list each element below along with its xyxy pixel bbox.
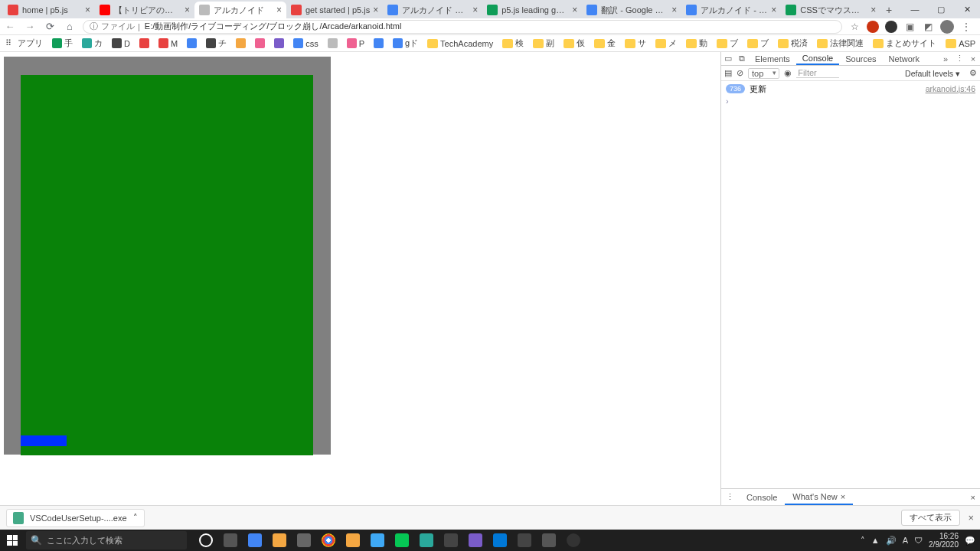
close-icon[interactable]: × — [472, 5, 478, 15]
ext-icon-2[interactable] — [885, 21, 897, 33]
task-app3[interactable] — [415, 530, 438, 551]
task-chrome[interactable] — [317, 530, 340, 551]
log-source-link[interactable]: arkanoid.js:46 — [926, 84, 975, 93]
close-window-button[interactable]: ✕ — [954, 0, 980, 18]
minimize-button[interactable]: — — [902, 0, 928, 18]
drawer-close-icon[interactable]: × — [966, 493, 980, 502]
bookmark-folder[interactable]: TechAcademy — [425, 39, 495, 48]
task-store[interactable] — [292, 530, 315, 551]
start-button[interactable] — [0, 530, 24, 551]
star-icon[interactable]: ☆ — [848, 21, 861, 33]
bookmark-folder[interactable]: ブ — [745, 37, 771, 49]
devtools-overflow-icon[interactable]: » — [939, 54, 952, 64]
tray-network-icon[interactable]: ▲ — [871, 536, 880, 545]
omnibox[interactable]: ⓘ ファイル | E:/動画制作/ライブコーディング/ブロック崩し/Arcade… — [83, 20, 842, 34]
bookmark-item[interactable]: チ — [204, 37, 229, 49]
inspect-icon[interactable]: ▭ — [721, 54, 735, 64]
task-app2[interactable] — [366, 530, 389, 551]
devtools-tab-elements[interactable]: Elements — [749, 52, 796, 65]
ext-icon-4[interactable]: ◩ — [922, 21, 934, 33]
eye-icon[interactable]: ◉ — [784, 68, 792, 78]
game-canvas[interactable] — [21, 75, 313, 455]
bookmark-item[interactable] — [325, 38, 340, 48]
tray-volume-icon[interactable]: 🔊 — [886, 536, 897, 546]
task-edge[interactable] — [243, 530, 266, 551]
bookmark-folder[interactable]: 仮 — [561, 37, 587, 49]
tray-overflow-icon[interactable]: ˄ — [861, 536, 865, 546]
clear-console-icon[interactable]: ⊘ — [737, 68, 743, 78]
task-obs[interactable] — [562, 530, 585, 551]
tray-ime-icon[interactable]: A — [903, 536, 908, 545]
bookmark-folder[interactable]: ASP — [943, 39, 978, 48]
task-vscode[interactable] — [488, 530, 511, 551]
tab-7[interactable]: アルカノイド - Google 検× — [681, 2, 781, 18]
bookmark-item[interactable] — [234, 38, 248, 48]
bookmark-folder[interactable]: 副 — [531, 37, 557, 49]
devtools-tab-network[interactable]: Network — [883, 52, 926, 65]
reload-button[interactable]: ⟳ — [43, 20, 57, 34]
close-icon[interactable]: × — [671, 5, 677, 15]
bookmark-item[interactable]: P — [345, 38, 367, 48]
close-shelf-icon[interactable]: × — [968, 512, 974, 523]
bookmark-folder[interactable]: サ — [622, 37, 648, 49]
task-cortana[interactable] — [194, 530, 217, 551]
close-icon[interactable]: × — [85, 5, 90, 15]
task-mail[interactable] — [537, 530, 560, 551]
tab-0[interactable]: home | p5.js× — [3, 2, 95, 18]
bookmark-folder[interactable]: 法律関連 — [815, 37, 866, 49]
devtools-tab-console[interactable]: Console — [796, 52, 839, 65]
bookmark-folder[interactable]: 動 — [684, 37, 710, 49]
close-icon[interactable]: × — [841, 492, 845, 501]
console-sidebar-icon[interactable]: ▤ — [724, 68, 732, 78]
task-unity[interactable] — [439, 530, 462, 551]
bookmark-folder[interactable]: 税済 — [776, 37, 810, 49]
bookmark-item[interactable]: カ — [80, 37, 105, 49]
devtools-tab-sources[interactable]: Sources — [839, 52, 882, 65]
bookmark-folder[interactable]: 検 — [500, 37, 526, 49]
apps-shortcut[interactable]: ⠿アプリ — [3, 37, 45, 49]
close-icon[interactable]: × — [185, 5, 190, 15]
back-button[interactable]: ← — [3, 20, 17, 34]
task-line[interactable] — [390, 530, 413, 551]
drawer-menu-icon[interactable]: ⋮ — [721, 492, 739, 502]
close-icon[interactable]: × — [771, 5, 776, 15]
maximize-button[interactable]: ▢ — [928, 0, 954, 18]
drawer-tab-console[interactable]: Console — [739, 489, 785, 505]
bookmark-item[interactable] — [272, 38, 286, 48]
task-view[interactable] — [219, 530, 242, 551]
tab-2[interactable]: アルカノイド× — [194, 2, 286, 18]
bookmark-item[interactable]: D — [109, 38, 132, 48]
console-body[interactable]: 736 更新 arkanoid.js:46 › — [721, 81, 980, 488]
bookmark-item[interactable] — [253, 38, 267, 48]
task-vs[interactable] — [464, 530, 487, 551]
context-selector[interactable]: top — [748, 68, 779, 79]
home-button[interactable]: ⌂ — [63, 20, 77, 34]
show-all-downloads-button[interactable]: すべて表示 — [901, 510, 960, 526]
notifications-icon[interactable]: 💬 — [965, 536, 975, 546]
tab-6[interactable]: 翻訳 - Google 検索× — [582, 2, 681, 18]
bookmark-folder[interactable]: ブ — [714, 37, 740, 49]
chevron-up-icon[interactable]: ˄ — [133, 513, 138, 523]
close-icon[interactable]: × — [373, 5, 378, 15]
close-icon[interactable]: × — [572, 5, 577, 15]
new-tab-button[interactable]: + — [880, 2, 897, 18]
gear-icon[interactable]: ⚙ — [969, 68, 977, 78]
bookmark-item[interactable] — [137, 38, 152, 48]
device-icon[interactable]: ⧉ — [735, 54, 749, 64]
filter-input[interactable]: Filter — [796, 68, 839, 78]
bookmark-folder[interactable]: 金 — [592, 37, 618, 49]
drawer-tab-whatsnew[interactable]: What's New × — [785, 489, 853, 505]
tab-8[interactable]: CSSでマウスカーソルを見× — [781, 2, 880, 18]
log-levels-selector[interactable]: Default levels ▾ — [905, 69, 960, 78]
close-icon[interactable]: × — [871, 5, 876, 15]
tab-5[interactable]: p5.js leading guide× — [482, 2, 582, 18]
devtools-menu-icon[interactable]: ⋮ — [952, 54, 966, 64]
menu-icon[interactable]: ⋮ — [960, 21, 972, 33]
taskbar-search[interactable]: 🔍 ここに入力して検索 — [26, 531, 187, 549]
tray-defender-icon[interactable]: 🛡 — [914, 536, 923, 545]
task-app1[interactable] — [341, 530, 364, 551]
taskbar-clock[interactable]: 16:26 2/9/2020 — [929, 532, 959, 549]
console-prompt[interactable]: › — [726, 96, 975, 106]
bookmark-item[interactable] — [185, 38, 199, 48]
tab-1[interactable]: 【トリビアの泉】 大山の× — [95, 2, 194, 18]
